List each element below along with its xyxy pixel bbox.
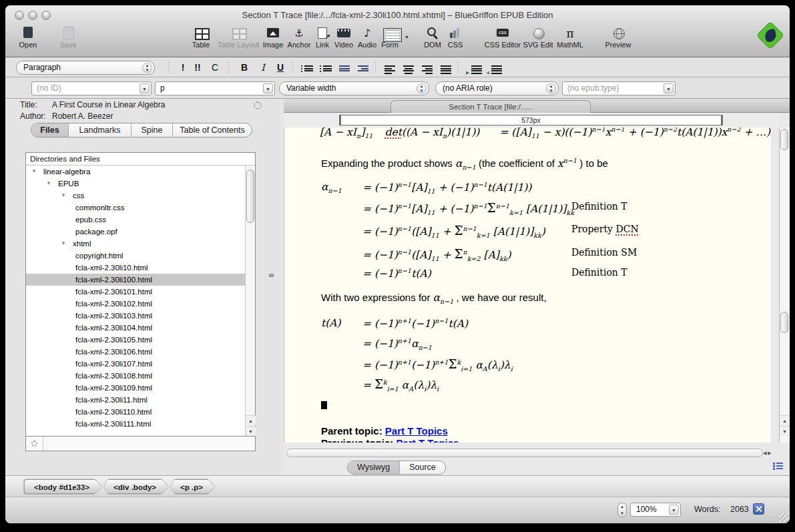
toolbar-overflow-chevron-icon[interactable]: ▼ (405, 35, 409, 39)
tree-item-file[interactable]: fcla-xml-2.30li106.html (26, 346, 245, 358)
wysiwyg-tab[interactable]: Wysiwyg (348, 461, 400, 474)
tree-item-copyright-html[interactable]: copyright.html (26, 250, 245, 262)
disclosure-triangle-icon[interactable]: ▼ (61, 238, 66, 250)
previous-topic-link[interactable]: Part T Topics (396, 437, 459, 443)
zoom-level-combo[interactable]: 100% ▼ (630, 503, 681, 517)
tree-item-epub-css[interactable]: epub.css (26, 214, 245, 226)
code-button[interactable]: C (208, 61, 222, 75)
document-horizontal-scrollbar[interactable]: ◀ ▶ (284, 447, 790, 460)
tree-item-epub[interactable]: ▼EPUB (26, 178, 245, 190)
open-file-icon (20, 27, 36, 40)
outdent-button[interactable] (490, 61, 503, 75)
document-scrollbar-thumb[interactable] (780, 312, 788, 333)
italic-button[interactable]: I (256, 61, 270, 75)
numbered-list-button[interactable] (319, 61, 332, 75)
zoom-stepper[interactable]: ▲▼ (617, 503, 627, 517)
width-popup-stepper-icon: ▲▼ (417, 83, 427, 93)
tree-item-file[interactable]: fcla-xml-2.30li101.html (26, 286, 245, 298)
tree-item-file[interactable]: fcla-xml-2.30li103.html (26, 310, 245, 322)
table-button[interactable]: Table (187, 27, 215, 49)
fullscreen-icon[interactable] (753, 503, 764, 515)
tree-item-xhtml[interactable]: ▼xhtml (26, 238, 245, 250)
epub-combo-arrow-icon: ▼ (664, 83, 674, 93)
horizontal-scroll-arrows-icon[interactable]: ◀ ▶ (763, 449, 779, 457)
tab-files[interactable]: Files (31, 123, 69, 137)
tree-item-file[interactable]: fcla-xml-2.30li110.html (26, 406, 245, 418)
bullet-list-button[interactable] (300, 61, 314, 75)
css-properties-button[interactable]: CSS (443, 27, 467, 49)
emphasis-button[interactable]: ! (176, 61, 190, 75)
width-popup[interactable]: Variable width ▲▼ (279, 81, 429, 95)
tab-table-of-contents[interactable]: Table of Contents (173, 123, 252, 137)
file-tree-scrollbar[interactable]: ▲ ▼ (245, 166, 255, 436)
tab-landmarks[interactable]: Landmarks (69, 123, 131, 137)
tree-item-package-opf[interactable]: package.opf (26, 226, 245, 238)
tree-item-linear-algebra[interactable]: ▼linear-algebra (26, 166, 245, 178)
wysiwyg-document[interactable]: [A − xIn]11 det((A − xIn)(1|1)) = ([A]11… (284, 127, 771, 443)
mathml-button[interactable]: π MathML (551, 27, 589, 49)
tree-item-css[interactable]: ▼css (26, 190, 245, 202)
css-editor-button[interactable]: CSS Editor (481, 27, 525, 49)
epub-type-combo[interactable]: (no epub:type) ▼ (562, 81, 676, 95)
align-center-button[interactable] (402, 61, 415, 75)
definition-desc-button[interactable] (356, 61, 370, 75)
disclosure-triangle-icon[interactable]: ▼ (31, 166, 37, 178)
window-chrome: Section T Trace [file:/.../fcla-xml-2.30… (5, 5, 790, 57)
tree-item-file[interactable]: fcla-xml-2.30li108.html (26, 370, 245, 382)
breadcrumb-div[interactable]: <div .body> (104, 479, 168, 494)
tree-item-file[interactable]: fcla-xml-2.30li10.html (26, 262, 245, 274)
table-layout-button[interactable]: Table Layout (214, 27, 262, 49)
source-tab[interactable]: Source (400, 461, 445, 474)
justify-button[interactable] (439, 61, 453, 75)
align-right-button[interactable] (421, 61, 434, 75)
tree-item-file[interactable]: fcla-xml-2.30li11.html (26, 394, 245, 406)
scroll-down-arrow-icon[interactable]: ▼ (246, 426, 256, 436)
status-bar: ▲▼ 100% ▼ Words: 2063 (5, 497, 790, 523)
align-left-button[interactable] (383, 61, 396, 75)
aria-role-popup[interactable]: (no ARIA role) ▲▼ (435, 81, 559, 95)
breadcrumb-body[interactable]: <body #d1e33> (24, 479, 101, 494)
horizontal-scrollbar-track[interactable] (286, 449, 763, 457)
underline-button[interactable]: U (274, 61, 287, 75)
parent-topic-link[interactable]: Part T Topics (385, 425, 448, 437)
strong-button[interactable]: !! (191, 61, 204, 75)
tree-item-file-selected[interactable]: fcla-xml-2.30li100.html (26, 274, 245, 286)
preview-button[interactable]: Preview (599, 27, 637, 49)
open-button[interactable]: Open (13, 27, 43, 49)
document-vertical-scrollbar[interactable]: ▲ ▼ (779, 127, 790, 443)
tree-item-commonltr-css[interactable]: commonltr.css (26, 202, 245, 214)
breadcrumb-p[interactable]: <p .p> (171, 479, 215, 494)
scroll-up-arrow-icon[interactable]: ▲ (780, 415, 790, 425)
scroll-up-arrow-icon[interactable]: ▲ (246, 415, 256, 425)
form-button[interactable]: Form (376, 27, 403, 49)
splitter-grip[interactable] (269, 274, 274, 277)
panel-gear-icon[interactable] (254, 100, 262, 112)
tree-item-file[interactable]: fcla-xml-2.30li102.html (26, 298, 245, 310)
outer-scrollbar-thumb[interactable] (780, 129, 788, 150)
id-combo[interactable]: (no ID) ▼ (31, 81, 152, 95)
structure-list-icon[interactable] (772, 461, 783, 472)
file-tree-scrollbar-thumb[interactable] (246, 170, 254, 223)
definition-term-button[interactable] (338, 61, 351, 75)
disclosure-triangle-icon[interactable]: ▼ (61, 190, 66, 202)
resize-grip[interactable] (779, 513, 788, 522)
paragraph-style-select[interactable]: Paragraph ▲▼ (16, 61, 155, 75)
tree-item-file[interactable]: fcla-xml-2.30li109.html (26, 382, 245, 394)
indent-button[interactable] (470, 61, 483, 75)
zoom-combo-arrow-icon: ▼ (669, 505, 679, 515)
tree-actions-gear-button[interactable] (26, 437, 43, 451)
tree-item-file[interactable]: fcla-xml-2.30li104.html (26, 322, 245, 334)
tree-item-file[interactable]: fcla-xml-2.30li111.html (26, 418, 245, 430)
dom-explorer-button[interactable]: DOM (419, 27, 446, 49)
disclosure-triangle-icon[interactable]: ▼ (46, 178, 51, 190)
document-tab[interactable]: Section T Trace [file:/….. (390, 100, 591, 113)
width-ruler[interactable]: 573px (339, 115, 723, 125)
tab-spine[interactable]: Spine (131, 123, 173, 137)
scroll-down-arrow-icon[interactable]: ▼ (780, 426, 790, 436)
tree-item-file[interactable]: fcla-xml-2.30li105.html (26, 334, 245, 346)
save-button[interactable]: Save (53, 27, 83, 49)
tree-item-file[interactable]: fcla-xml-2.30li107.html (26, 358, 245, 370)
bold-button[interactable]: B (238, 61, 251, 75)
pi-icon: π (562, 27, 578, 40)
tag-combo[interactable]: p ▼ (155, 81, 275, 95)
